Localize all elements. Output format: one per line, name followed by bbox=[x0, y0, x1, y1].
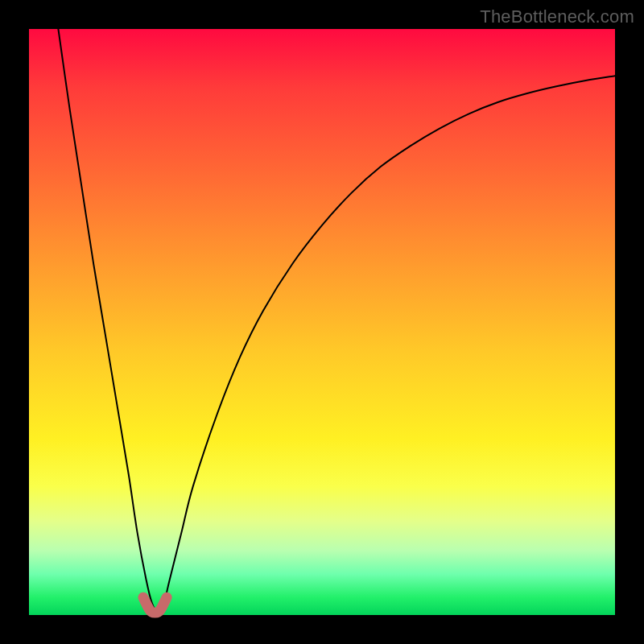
curve-layer bbox=[29, 29, 615, 615]
bottleneck-curve bbox=[58, 29, 615, 612]
valley-marker bbox=[143, 597, 167, 613]
plot-area bbox=[29, 29, 615, 615]
chart-frame: TheBottleneck.com bbox=[0, 0, 644, 644]
watermark-text: TheBottleneck.com bbox=[480, 6, 634, 27]
